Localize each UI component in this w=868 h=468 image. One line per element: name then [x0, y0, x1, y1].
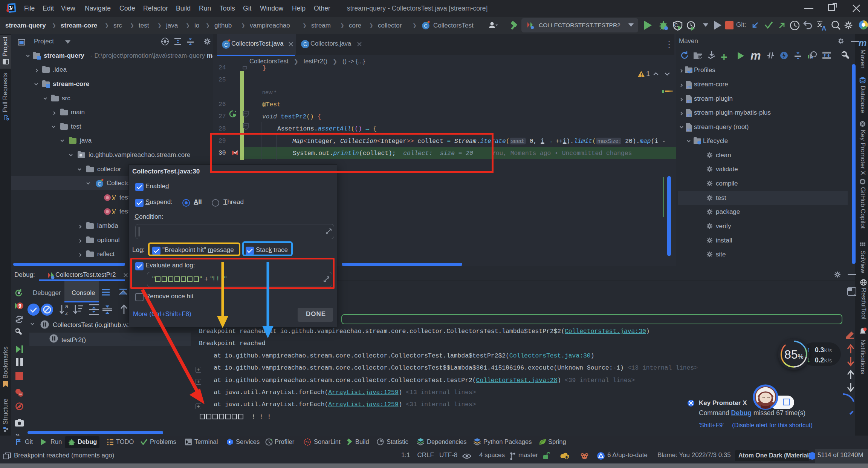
svg-text:C: C — [98, 181, 101, 187]
svg-text:C: C — [303, 41, 307, 47]
svg-text:A: A — [822, 25, 826, 31]
svg-text:9: 9 — [18, 303, 21, 309]
svg-text:a: a — [65, 304, 68, 309]
svg-text:C: C — [424, 23, 427, 29]
svg-text:C: C — [674, 22, 679, 28]
svg-text:m: m — [687, 98, 691, 104]
svg-text:m: m — [687, 84, 691, 89]
svg-text:z: z — [65, 310, 68, 316]
svg-text:m: m — [687, 112, 691, 118]
svg-text:m: m — [687, 126, 691, 132]
